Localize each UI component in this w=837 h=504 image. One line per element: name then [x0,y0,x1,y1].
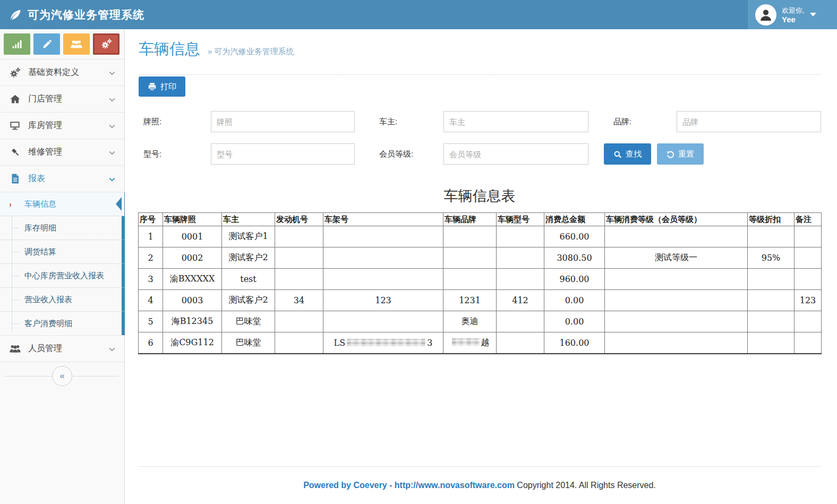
table-cell: 0.00 [544,311,605,332]
table-row: 5海B12345巴味堂奥迪0.00 [139,311,822,332]
plate-input[interactable] [211,111,355,132]
table-cell [323,311,443,332]
table-cell: 测试客户1 [222,226,275,247]
chart-shortcut-button[interactable] [4,33,30,55]
sidebar-item-base-data[interactable]: 基础资料定义 [0,59,124,86]
breadcrumb-trail: » 可为汽修业务管理系统 [208,47,294,57]
table-cell [605,269,748,290]
user-menu[interactable]: 欢迎你, Yee [748,0,837,29]
table-cell: 测试客户2 [222,290,275,311]
table-cell [275,311,323,332]
printer-icon [148,82,157,92]
sidebar: 基础资料定义 门店管理 库房管理 维修管理 报表 › 车辆信息 [0,29,125,504]
table-cell: 海B12345 [163,311,222,332]
print-button-label: 打印 [160,82,176,92]
pixelated-mask [347,339,425,346]
welcome-text: 欢迎你, [782,6,805,15]
sidebar-item-label: 维修管理 [28,147,108,158]
table-cell [748,290,795,311]
avatar[interactable] [755,4,776,25]
breadcrumb: 车辆信息 » 可为汽修业务管理系统 [139,39,294,60]
chevron-down-icon [108,174,116,184]
reports-submenu: › 车辆信息 库存明细 调货结算 中心库房营业收入报表 营业收入报表 [0,192,124,336]
table-cell [497,332,544,354]
document-icon [8,173,21,184]
table-cell [275,269,323,290]
sidebar-item-label: 人员管理 [28,343,108,354]
users-icon [70,39,83,49]
search-button[interactable]: 查找 [604,143,651,165]
table-cell: 34 [275,290,323,311]
table-cell [748,332,795,354]
submenu-item-label: 调货结算 [24,247,56,257]
edit-shortcut-button[interactable] [33,33,60,55]
table-cell: 3 [139,269,163,290]
table-cell: 412 [497,290,544,311]
table-cell [605,332,748,354]
search-button-label: 查找 [626,149,642,159]
column-header: 车架号 [323,213,443,226]
table-cell: 0003 [163,290,222,311]
table-cell: 3080.50 [544,247,605,269]
submenu-item-revenue-report[interactable]: 营业收入报表 [0,288,124,312]
sidebar-item-warehouse-management[interactable]: 库房管理 [0,113,124,139]
submenu-item-vehicle-info[interactable]: › 车辆信息 [0,192,124,216]
app-title: 可为汽修业务管理系统 [28,7,144,22]
column-header: 车辆品牌 [443,213,497,226]
submenu-item-inventory-detail[interactable]: 库存明细 [0,216,124,240]
model-label: 型号: [143,149,161,159]
member-level-label: 会员等级: [379,149,413,159]
chevron-down-icon [108,344,116,354]
sidebar-item-repair-management[interactable]: 维修管理 [0,139,124,166]
print-button[interactable]: 打印 [139,76,185,97]
main-content: 车辆信息 » 可为汽修业务管理系统 打印 牌照: 车主: 品牌: 型号: 会员等… [125,29,837,504]
table-cell: 巴味堂 [222,311,275,332]
submenu-item-transfer-settlement[interactable]: 调货结算 [0,240,124,264]
brand-input[interactable] [677,111,821,132]
member-level-input[interactable] [443,143,588,165]
table-row: 20002测试客户23080.50测试等级一95% [139,247,822,269]
chevron-down-icon [108,148,116,157]
submenu-item-central-warehouse-revenue[interactable]: 中心库房营业收入报表 [0,264,124,288]
column-header: 等级折扣 [748,213,795,226]
owner-input[interactable] [443,111,588,132]
sidebar-item-label: 报表 [28,173,108,184]
column-header: 序号 [139,213,163,226]
sidebar-item-label: 门店管理 [28,93,108,105]
collapse-icon: « [59,371,64,381]
undo-icon [667,149,674,159]
model-input[interactable] [211,143,355,165]
table-cell: 1231 [443,290,497,311]
table-cell [795,269,822,290]
settings-shortcut-button[interactable] [93,33,119,55]
divider [139,74,821,75]
powered-by-link[interactable]: Powered by Coevery - http://www.novasoft… [303,481,515,490]
table-cell: 123 [323,290,443,311]
table-cell [605,226,748,247]
table-cell: 0002 [163,247,222,269]
submenu-item-label: 库存明细 [24,223,56,233]
sidebar-item-store-management[interactable]: 门店管理 [0,86,124,113]
table-cell [748,269,795,290]
reset-button[interactable]: 重置 [657,143,704,165]
column-header: 车辆消费等级（会员等级） [605,213,748,226]
sidebar-item-label: 库房管理 [28,120,108,131]
table-cell [497,269,544,290]
sidebar-item-personnel-management[interactable]: 人员管理 [0,336,124,362]
table-cell [748,226,795,247]
submenu-item-customer-consumption[interactable]: 客户消费明细 [0,312,124,335]
table-cell [275,226,323,247]
users-shortcut-button[interactable] [63,33,90,55]
brand: 可为汽修业务管理系统 [8,0,144,29]
table-cell: test [222,269,275,290]
vehicle-table: 序号车辆牌照车主发动机号车架号车辆品牌车辆型号消费总金额车辆消费等级（会员等级）… [138,212,822,354]
sidebar-item-reports[interactable]: 报表 [0,166,124,192]
monitor-icon [8,121,21,131]
chevron-down-icon [108,68,116,78]
table-row: 40003测试客户23412312314120.00123 [139,290,822,311]
table-cell: 160.00 [544,332,605,354]
table-cell [275,332,323,354]
table-cell: 奥迪 [443,311,497,332]
sidebar-collapse-button[interactable]: « [52,366,72,386]
column-header: 车辆牌照 [163,213,222,226]
